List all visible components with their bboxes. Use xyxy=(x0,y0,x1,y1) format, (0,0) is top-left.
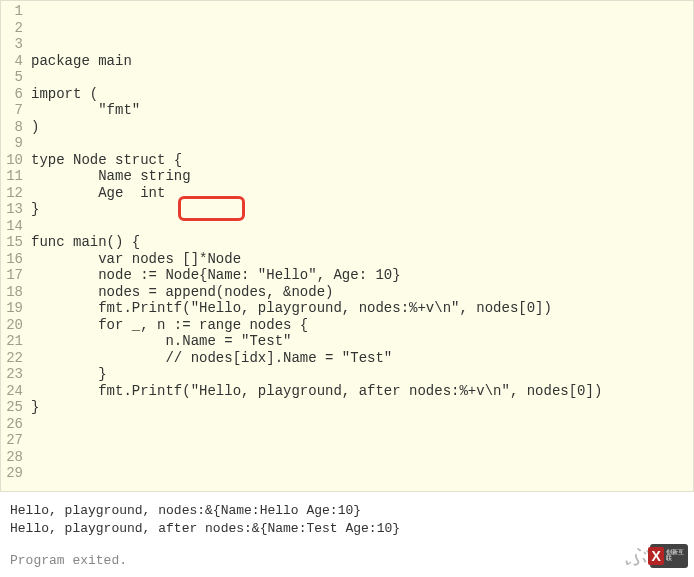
wechat-icon: ぶ xyxy=(625,541,646,571)
code-line[interactable]: nodes = append(nodes, &node) xyxy=(31,284,602,301)
line-number: 21 xyxy=(1,333,23,350)
code-line[interactable]: } xyxy=(31,366,602,383)
line-number: 23 xyxy=(1,366,23,383)
line-number: 20 xyxy=(1,317,23,334)
code-line[interactable]: for _, n := range nodes { xyxy=(31,317,602,334)
line-number: 5 xyxy=(1,69,23,86)
brand-logo: X 创新互联 xyxy=(650,544,688,568)
code-line[interactable]: Name string xyxy=(31,168,602,185)
line-number: 27 xyxy=(1,432,23,449)
line-number: 2 xyxy=(1,20,23,37)
code-line[interactable]: var nodes []*Node xyxy=(31,251,602,268)
code-line[interactable]: func main() { xyxy=(31,234,602,251)
code-line[interactable]: } xyxy=(31,201,602,218)
code-line[interactable] xyxy=(31,432,602,449)
code-line[interactable]: fmt.Printf("Hello, playground, nodes:%+v… xyxy=(31,300,602,317)
code-line[interactable]: Age int xyxy=(31,185,602,202)
line-number: 24 xyxy=(1,383,23,400)
line-number: 22 xyxy=(1,350,23,367)
line-number: 28 xyxy=(1,449,23,466)
code-line[interactable]: } xyxy=(31,399,602,416)
brand-logo-text: 创新互联 xyxy=(666,550,688,562)
line-number: 8 xyxy=(1,119,23,136)
code-line[interactable] xyxy=(31,69,602,86)
code-line[interactable] xyxy=(31,465,602,482)
code-line[interactable]: n.Name = "Test" xyxy=(31,333,602,350)
line-number: 11 xyxy=(1,168,23,185)
watermark: ぶ X 创新互联 xyxy=(625,541,688,571)
code-line[interactable]: node := Node{Name: "Hello", Age: 10} xyxy=(31,267,602,284)
line-number: 15 xyxy=(1,234,23,251)
code-line[interactable] xyxy=(31,449,602,466)
brand-logo-x: X xyxy=(648,547,664,565)
code-area[interactable]: package mainimport ( "fmt")type Node str… xyxy=(29,1,602,491)
code-line[interactable] xyxy=(31,482,602,499)
line-number: 25 xyxy=(1,399,23,416)
code-line[interactable] xyxy=(31,498,602,515)
code-line[interactable] xyxy=(31,515,602,532)
line-number: 16 xyxy=(1,251,23,268)
code-line[interactable]: package main xyxy=(31,53,602,70)
line-number: 26 xyxy=(1,416,23,433)
line-number: 29 xyxy=(1,465,23,482)
line-number: 6 xyxy=(1,86,23,103)
code-line[interactable] xyxy=(31,416,602,433)
line-number-gutter: 1234567891011121314151617181920212223242… xyxy=(1,1,29,491)
line-number: 3 xyxy=(1,36,23,53)
line-number: 14 xyxy=(1,218,23,235)
line-number: 18 xyxy=(1,284,23,301)
line-number: 12 xyxy=(1,185,23,202)
line-number: 10 xyxy=(1,152,23,169)
line-number: 4 xyxy=(1,53,23,70)
line-number: 1 xyxy=(1,3,23,20)
line-number: 19 xyxy=(1,300,23,317)
output-exit: Program exited. xyxy=(10,552,684,570)
code-line[interactable]: ) xyxy=(31,119,602,136)
line-number: 9 xyxy=(1,135,23,152)
line-number: 7 xyxy=(1,102,23,119)
code-line[interactable]: fmt.Printf("Hello, playground, after nod… xyxy=(31,383,602,400)
code-line[interactable] xyxy=(31,218,602,235)
code-line[interactable]: // nodes[idx].Name = "Test" xyxy=(31,350,602,367)
code-line[interactable]: type Node struct { xyxy=(31,152,602,169)
code-editor[interactable]: 1234567891011121314151617181920212223242… xyxy=(0,0,694,492)
line-number: 13 xyxy=(1,201,23,218)
code-line[interactable] xyxy=(31,135,602,152)
code-line[interactable]: "fmt" xyxy=(31,102,602,119)
line-number: 17 xyxy=(1,267,23,284)
code-line[interactable]: import ( xyxy=(31,86,602,103)
